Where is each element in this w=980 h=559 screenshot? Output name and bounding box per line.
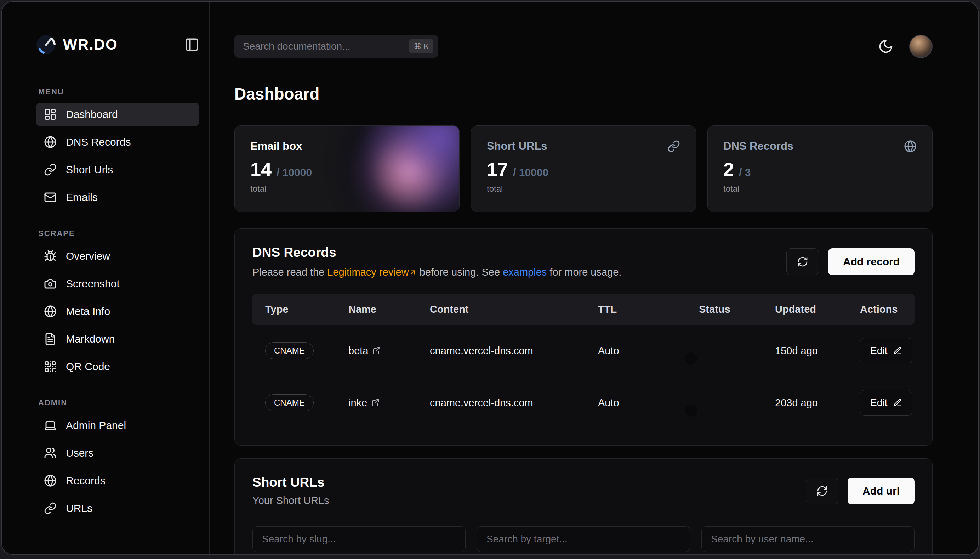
edit-button[interactable]: Edit [860,390,912,415]
short-urls-filters [252,526,914,552]
panel-left-icon [185,37,199,52]
slug-filter-input[interactable] [252,526,465,552]
app-window: WR.DO MENU Dashboard DNS Records Short U… [2,2,978,555]
sidebar-item-urls[interactable]: URLs [36,497,199,520]
edit-button-label: Edit [870,345,887,356]
sidebar-item-admin-panel[interactable]: Admin Panel [36,414,199,437]
stat-value: 14 [250,158,272,180]
stat-limit: / 10000 [513,167,548,179]
dns-records-panel: DNS Records Please read the Legitimacy r… [234,228,932,446]
dns-panel-heading: DNS Records Please read the Legitimacy r… [252,245,621,278]
sidebar-item-label: Admin Panel [66,419,126,432]
sidebar-item-short-urls[interactable]: Short Urls [36,158,199,181]
column-header-name: Name [348,304,430,315]
sidebar-item-records[interactable]: Records [36,469,199,493]
stat-limit: / 10000 [277,167,312,179]
topbar-right [878,35,932,58]
sidebar-header: WR.DO [36,35,199,55]
dns-records-table: Type Name Content TTL Status Updated Act… [252,294,914,429]
examples-link[interactable]: examples [503,266,547,278]
record-ttl: Auto [598,397,699,409]
nav-section-admin: ADMIN Admin Panel Users Records URLs [36,398,199,520]
column-header-actions: Actions [860,304,914,315]
link-icon [667,140,680,153]
sidebar-item-label: DNS Records [66,136,130,148]
sidebar-item-screenshot[interactable]: Screenshot [36,272,199,296]
legitimacy-review-link[interactable]: Legitimacy review [327,266,416,278]
stat-value: 2 [723,158,734,180]
edit-button[interactable]: Edit [860,338,912,364]
search-placeholder: Search documentation... [243,41,350,52]
table-row: CNAME inke cname.vercel-dns.com Auto 203… [252,377,914,429]
sidebar-item-users[interactable]: Users [36,442,199,465]
dashboard-icon [44,108,57,121]
file-text-icon [44,332,57,346]
stat-card-dns-records: DNS Records 2 / 3 total [708,126,932,212]
sidebar-item-qr-code[interactable]: QR Code [36,355,199,378]
sidebar-item-dns-records[interactable]: DNS Records [36,131,199,154]
stat-caption: total [723,184,917,194]
panel-subtitle: Your Short URLs [252,495,329,506]
globe-icon [44,305,57,318]
nav-section-menu: MENU Dashboard DNS Records Short Urls Em… [36,87,199,209]
user-avatar[interactable] [909,35,932,58]
record-ttl: Auto [598,345,699,357]
record-content: cname.vercel-dns.com [430,345,598,357]
column-header-updated: Updated [775,304,860,315]
search-input[interactable]: Search documentation... ⌘ K [234,35,438,58]
sidebar-item-overview[interactable]: Overview [36,245,199,268]
brand-logo-icon [36,35,56,55]
sidebar-item-label: URLs [66,502,92,514]
sidebar-item-dashboard[interactable]: Dashboard [36,103,199,126]
sidebar-item-markdown[interactable]: Markdown [36,327,199,351]
target-filter-input[interactable] [477,526,690,552]
record-content: cname.vercel-dns.com [430,397,598,409]
toggle-knob [685,352,697,364]
sidebar-item-label: QR Code [66,361,110,373]
record-name-cell: beta [348,345,430,357]
stat-cards-row: Email box 14 / 10000 total Short URLs 17… [234,126,932,212]
sidebar: WR.DO MENU Dashboard DNS Records Short U… [2,2,210,554]
stat-limit: / 3 [739,167,751,179]
table-header-row: Type Name Content TTL Status Updated Act… [252,294,914,325]
mail-icon [44,191,57,204]
link-icon [44,163,57,176]
theme-toggle-button[interactable] [878,39,894,54]
external-link-icon[interactable] [373,346,381,355]
record-updated: 203d ago [775,397,860,409]
globe-icon [44,136,57,149]
record-type-badge: CNAME [265,394,314,411]
laptop-icon [44,419,57,432]
camera-icon [44,277,57,290]
stat-caption: total [487,184,680,194]
add-record-button[interactable]: Add record [828,248,914,275]
record-name-cell: inke [348,397,430,409]
pencil-icon [893,398,902,407]
brand[interactable]: WR.DO [36,35,118,55]
nav-section-scrape: SCRAPE Overview Screenshot Meta Info Mar… [36,229,199,378]
add-url-button[interactable]: Add url [848,478,914,504]
search-shortcut-kbd: ⌘ K [409,39,433,53]
sidebar-item-label: Overview [66,250,110,262]
external-link-icon[interactable] [371,399,380,407]
main-content: Search documentation... ⌘ K Dashboard Em… [210,2,978,554]
sidebar-item-label: Emails [66,191,98,203]
sidebar-item-emails[interactable]: Emails [36,185,199,209]
nav-section-label: MENU [38,87,199,96]
desc-text: for more usage. [547,266,621,278]
stat-card-title: Email box [250,140,302,153]
sidebar-item-meta-info[interactable]: Meta Info [36,300,199,323]
record-name: inke [348,397,367,409]
short-urls-panel: Short URLs Your Short URLs Add url [234,458,932,554]
refresh-button[interactable] [786,248,819,275]
record-type-badge: CNAME [265,342,314,359]
panel-title: Short URLs [252,475,329,490]
user-name-filter-input[interactable] [701,526,914,552]
short-urls-heading: Short URLs Your Short URLs [252,475,329,506]
column-header-type: Type [265,304,348,315]
sidebar-item-label: Dashboard [66,108,118,121]
sidebar-collapse-button[interactable] [185,37,199,52]
stat-value: 17 [487,158,508,180]
stat-caption: total [250,184,444,194]
refresh-button[interactable] [806,478,838,504]
